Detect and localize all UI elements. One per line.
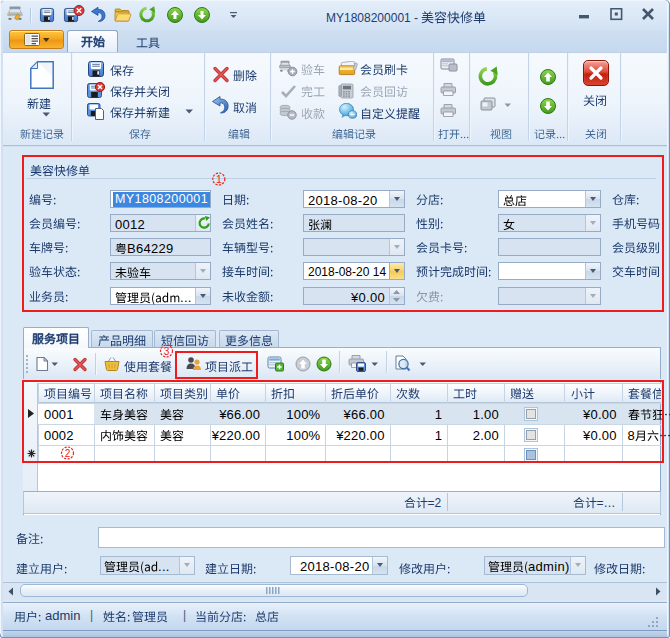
svg-text:3: 3 — [164, 346, 170, 357]
